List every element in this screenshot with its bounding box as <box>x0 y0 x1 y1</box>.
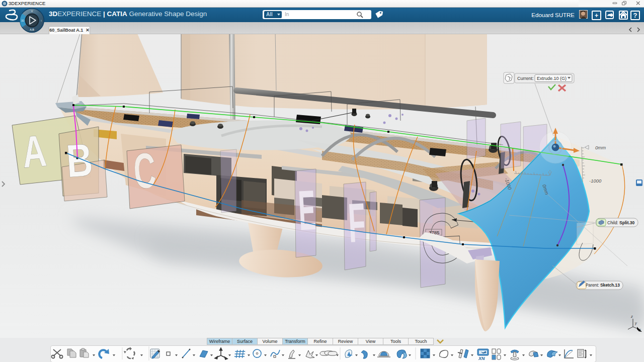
svg-text:3D: 3D <box>21 19 25 22</box>
svg-text:Child: Split.30: Child: Split.30 <box>607 220 635 225</box>
svg-text:0mm: 0mm <box>595 145 606 150</box>
svg-text:Current:: Current: <box>517 76 534 81</box>
svg-text:i: i <box>41 19 41 22</box>
svg-text:-1000: -1000 <box>589 178 602 184</box>
svg-text:XN: XN <box>478 356 485 361</box>
svg-text:Parent: Sketch.13: Parent: Sketch.13 <box>586 283 620 288</box>
svg-text:A.B: A.B <box>30 28 34 31</box>
svg-text:F: F <box>347 191 367 254</box>
svg-text:z: z <box>630 314 633 319</box>
svg-text:Extrude.10 (G): Extrude.10 (G) <box>537 76 567 81</box>
svg-text:B: B <box>65 134 95 187</box>
svg-text:E: E <box>297 178 317 242</box>
svg-text:V: V <box>31 10 33 13</box>
svg-text:A: A <box>20 125 49 177</box>
svg-text:C: C <box>132 142 158 200</box>
